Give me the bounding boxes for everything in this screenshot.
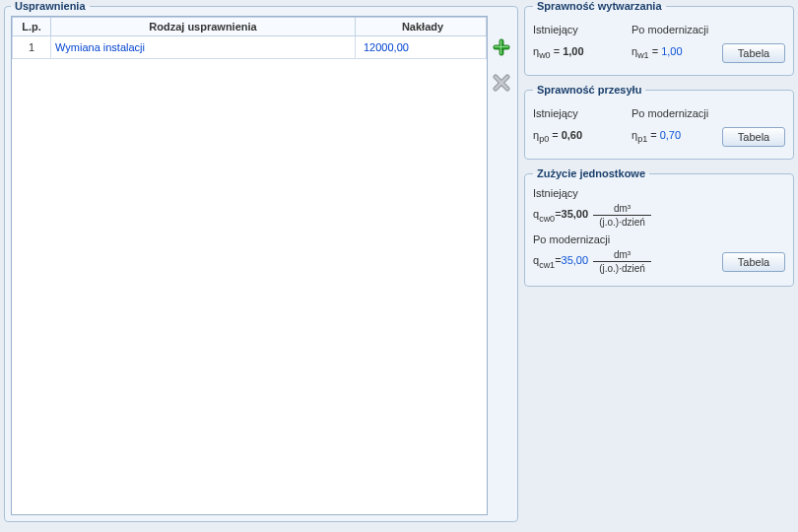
generation-efficiency-panel: Sprawność wytwarzania Istniejący Po mode…	[524, 0, 794, 76]
cell-naklady[interactable]: 12000,00	[356, 36, 487, 59]
table-row[interactable]: 1 Wymiana instalacji 12000,00	[13, 36, 487, 59]
add-button[interactable]	[492, 37, 511, 57]
svg-rect-1	[494, 45, 509, 49]
transmission-efficiency-title: Sprawność przesyłu	[533, 84, 645, 96]
delete-button[interactable]	[492, 73, 511, 93]
q-cw1: qcw1=35,00 dm³ (j.o.)·dzień	[533, 249, 653, 274]
col-header-rodzaj[interactable]: Rodzaj usprawnienia	[51, 18, 356, 36]
after-label: Po modernizacji	[632, 107, 722, 119]
svg-rect-3	[495, 46, 508, 47]
plus-icon	[493, 38, 510, 56]
table-button-przesyl[interactable]: Tabela	[722, 127, 785, 147]
unit-consumption-title: Zużycie jednostkowe	[533, 167, 649, 179]
eta-p0: ηp0 = 0,60	[533, 129, 632, 144]
improvements-title: Usprawnienia	[11, 0, 90, 12]
x-icon	[493, 74, 510, 92]
existing-label: Istniejący	[533, 24, 632, 35]
cell-lp[interactable]: 1	[13, 36, 51, 59]
generation-efficiency-title: Sprawność wytwarzania	[533, 0, 666, 12]
eta-p1: ηp1 = 0,70	[632, 129, 722, 144]
svg-rect-2	[500, 40, 501, 54]
improvements-grid[interactable]: L.p. Rodzaj usprawnienia Nakłady 1 Wymia…	[11, 16, 488, 515]
existing-label: Istniejący	[533, 187, 785, 199]
existing-label: Istniejący	[533, 107, 632, 119]
col-header-naklady[interactable]: Nakłady	[356, 18, 487, 36]
improvements-panel: Usprawnienia L.p. Rodzaj usprawnienia Na…	[4, 0, 518, 522]
cell-rodzaj[interactable]: Wymiana instalacji	[51, 36, 356, 59]
table-button-wytwarzanie[interactable]: Tabela	[722, 43, 785, 63]
after-label: Po modernizacji	[632, 24, 722, 35]
q-cw0: qcw0=35,00 dm³ (j.o.)·dzień	[533, 203, 653, 228]
transmission-efficiency-panel: Sprawność przesyłu Istniejący Po moderni…	[524, 84, 794, 160]
col-header-lp[interactable]: L.p.	[13, 18, 51, 36]
unit-consumption-panel: Zużycie jednostkowe Istniejący qcw0=35,0…	[524, 167, 794, 287]
eta-w0: ηw0 = 1,00	[533, 45, 632, 60]
table-button-zuzycie[interactable]: Tabela	[722, 252, 785, 272]
eta-w1: ηw1 = 1,00	[632, 45, 722, 60]
after-label: Po modernizacji	[533, 233, 785, 245]
